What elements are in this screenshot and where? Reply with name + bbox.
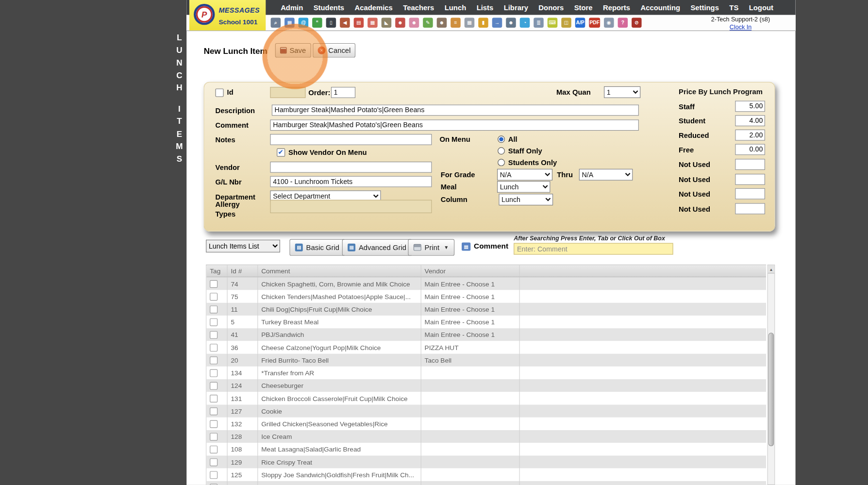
- nav-item-academics[interactable]: Academics: [355, 3, 393, 12]
- at-sign-icon[interactable]: @: [299, 17, 309, 28]
- save-button[interactable]: Save: [275, 43, 311, 58]
- grid-scrollbar[interactable]: ▲: [767, 265, 775, 485]
- accounts-payable-icon[interactable]: A/P: [575, 17, 585, 28]
- row-tag-checkbox[interactable]: [210, 344, 217, 351]
- row-tag-checkbox[interactable]: [210, 484, 217, 485]
- comment-search-input[interactable]: [514, 243, 673, 255]
- scrollbar-up-arrow[interactable]: ▲: [768, 265, 775, 273]
- staff-person-icon[interactable]: ☻: [395, 17, 405, 28]
- price-input-student[interactable]: [735, 115, 765, 126]
- table-row[interactable]: 124Cheeseburger: [206, 379, 766, 392]
- row-tag-checkbox[interactable]: [210, 331, 217, 338]
- table-row[interactable]: 74Chicken Spaghetti, Corn, Brownie and M…: [206, 277, 766, 290]
- row-tag-checkbox[interactable]: [210, 369, 217, 377]
- nav-item-settings[interactable]: Settings: [690, 3, 718, 12]
- nav-item-store[interactable]: Store: [574, 3, 593, 12]
- price-input-reduced[interactable]: [735, 130, 765, 141]
- nav-item-accounting[interactable]: Accounting: [640, 3, 680, 12]
- table-row[interactable]: 129Rice Crispy Treat: [206, 455, 766, 468]
- row-tag-checkbox[interactable]: [210, 420, 217, 428]
- show-vendor-checkbox[interactable]: [277, 149, 285, 157]
- row-tag-checkbox[interactable]: [210, 458, 217, 466]
- on-menu-option-staff-only[interactable]: Staff Only: [498, 145, 557, 157]
- row-tag-checkbox[interactable]: [210, 356, 217, 364]
- speaker-icon[interactable]: ◀: [340, 17, 350, 28]
- chat-icon[interactable]: “: [312, 17, 322, 28]
- list-mode-select[interactable]: Lunch Items List: [206, 240, 280, 252]
- notes-input[interactable]: [270, 134, 432, 145]
- for-grade-select[interactable]: N/A: [497, 169, 552, 181]
- table-row[interactable]: 128Ice Cream: [206, 430, 766, 443]
- print-dropdown-caret[interactable]: ▼: [444, 245, 449, 250]
- grid-header-comment[interactable]: Comment: [258, 265, 421, 277]
- student-person-icon[interactable]: ☻: [409, 17, 419, 28]
- id-checkbox[interactable]: [216, 88, 224, 97]
- table-row[interactable]: 36Cheese Calzone|Yogurt Pop|Milk ChoiceP…: [206, 341, 766, 353]
- max-quan-select[interactable]: 1: [604, 86, 640, 98]
- nav-item-students[interactable]: Students: [314, 3, 344, 12]
- grid-header-vendor[interactable]: Vendor: [421, 265, 520, 277]
- row-tag-checkbox[interactable]: [210, 394, 217, 402]
- row-tag-checkbox[interactable]: [210, 433, 217, 440]
- table-row[interactable]: 134*Transfer from AR: [206, 367, 766, 379]
- vendor-input[interactable]: [270, 162, 432, 173]
- table-row[interactable]: 41PBJ/SandwichMain Entree - Choose 1: [206, 328, 766, 341]
- comment-input[interactable]: [270, 119, 638, 131]
- table-row[interactable]: 5Turkey Breast MealMain Entree - Choose …: [206, 316, 766, 328]
- cancel-button[interactable]: ✕ Cancel: [313, 43, 355, 58]
- table-row[interactable]: 131Chicken Broccoli Casserole|Fruit Cup|…: [206, 392, 766, 404]
- nav-item-teachers[interactable]: Teachers: [403, 3, 434, 12]
- calendar-icon[interactable]: ▤: [354, 17, 364, 28]
- gl-number-input[interactable]: [270, 176, 432, 187]
- price-input-staff[interactable]: [735, 101, 765, 112]
- column-select[interactable]: Lunch: [499, 194, 553, 205]
- price-input-not-used[interactable]: [735, 174, 765, 185]
- lunch-hamburger-icon[interactable]: ≡: [451, 17, 461, 28]
- row-tag-checkbox[interactable]: [210, 382, 217, 389]
- condiment-icon[interactable]: ▮: [478, 17, 488, 28]
- nav-item-donors[interactable]: Donors: [538, 3, 564, 12]
- basic-grid-button[interactable]: ▦ Basic Grid: [289, 239, 345, 256]
- row-tag-checkbox[interactable]: [210, 407, 217, 415]
- megaphone-icon[interactable]: ◣: [382, 17, 392, 28]
- table-row[interactable]: 108Meat Lasagna|Salad|Garlic Bread: [206, 443, 766, 455]
- scrollbar-thumb[interactable]: [768, 333, 774, 446]
- walking-person-icon[interactable]: ☻: [506, 17, 516, 28]
- pdf-icon[interactable]: PDF: [589, 17, 600, 28]
- table-row[interactable]: 20Fried Burrito- Taco BellTaco Bell: [206, 354, 766, 367]
- grid-header-tag[interactable]: Tag: [206, 265, 227, 277]
- link-icon[interactable]: ◉: [604, 17, 614, 28]
- grid-header-id-[interactable]: Id #: [228, 265, 258, 277]
- radio-icon[interactable]: [498, 147, 505, 154]
- row-tag-checkbox[interactable]: [210, 445, 217, 453]
- send-icon[interactable]: →: [492, 17, 502, 28]
- nav-item-reports[interactable]: Reports: [603, 3, 630, 12]
- radio-icon[interactable]: [498, 135, 505, 143]
- row-tag-checkbox[interactable]: [210, 293, 217, 301]
- clock-in-link[interactable]: Clock In: [730, 24, 751, 32]
- keyboard-icon[interactable]: ⌨: [548, 17, 558, 28]
- order-input[interactable]: [331, 87, 355, 98]
- mobile-phone-icon[interactable]: ▯: [326, 17, 336, 28]
- calculator-icon[interactable]: ▦: [465, 17, 475, 28]
- price-input-not-used[interactable]: [735, 159, 765, 170]
- thru-select[interactable]: N/A: [579, 169, 633, 181]
- description-input[interactable]: [272, 105, 639, 116]
- table-row[interactable]: 132Grilled Chicken|Seasoned Vegetables|R…: [206, 418, 766, 430]
- grid-header-extra[interactable]: [520, 265, 766, 277]
- row-tag-checkbox[interactable]: [210, 280, 217, 287]
- notes-icon[interactable]: ✎: [423, 17, 433, 28]
- table-row[interactable]: 127Cookie: [206, 405, 766, 418]
- price-input-not-used[interactable]: [735, 188, 765, 200]
- table-row[interactable]: 125Sloppy Joe Sandwich|Goldfish|Fresh Fr…: [206, 468, 766, 481]
- nav-item-admin[interactable]: Admin: [281, 3, 303, 12]
- nav-item-lists[interactable]: Lists: [477, 3, 494, 12]
- list-icon[interactable]: ≣: [534, 17, 544, 28]
- people-icon[interactable]: ☻: [437, 17, 447, 28]
- print-button[interactable]: Print ▼: [408, 239, 454, 256]
- stop-icon[interactable]: ⊘: [632, 17, 642, 28]
- table-row[interactable]: 126Snack Item: [206, 481, 766, 485]
- nav-item-lunch[interactable]: Lunch: [445, 3, 466, 12]
- on-menu-option-students-only[interactable]: Students Only: [498, 157, 557, 168]
- row-tag-checkbox[interactable]: [210, 318, 217, 326]
